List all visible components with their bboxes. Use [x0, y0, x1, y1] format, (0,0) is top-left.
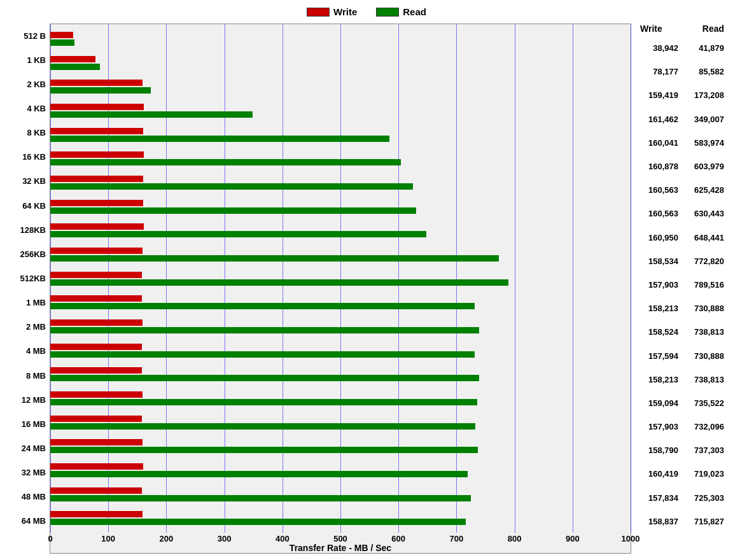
table-row: 158,213730,888: [638, 297, 727, 320]
write-bar-row: [50, 55, 631, 62]
read-value: 715,827: [686, 517, 724, 526]
data-table-header: Write Read: [638, 24, 727, 34]
read-value: 85,582: [686, 67, 724, 76]
y-label: 32 KB: [6, 169, 46, 193]
write-bar-row: [50, 391, 631, 398]
read-bar: [50, 471, 468, 477]
read-bar-row: [50, 351, 631, 358]
write-bar: [50, 223, 144, 230]
read-bar: [50, 519, 466, 525]
read-value: 173,208: [686, 90, 724, 100]
write-value: 78,177: [640, 67, 678, 76]
write-bar-row: [50, 295, 631, 302]
bar-group: [50, 99, 631, 123]
read-bar: [50, 495, 471, 501]
read-bar-row: [50, 303, 631, 310]
chart-container: 512 B1 KB2 KB4 KB8 KB16 KB32 KB64 KB128K…: [6, 24, 727, 554]
write-bar: [50, 56, 95, 62]
write-bar-row: [50, 199, 631, 206]
read-bar: [50, 111, 253, 118]
table-row: 160,563630,443: [638, 202, 727, 225]
legend: Write Read: [307, 6, 426, 17]
write-bar: [50, 463, 143, 470]
write-bar: [50, 319, 143, 326]
x-tick-label: 600: [391, 534, 405, 543]
x-tick-label: 900: [566, 534, 580, 543]
read-value: 737,303: [686, 445, 724, 455]
table-row: 158,790737,303: [638, 438, 727, 462]
write-value: 158,534: [640, 256, 678, 266]
read-bar-row: [50, 255, 631, 262]
bar-group: [50, 482, 631, 507]
read-bar: [50, 39, 74, 46]
y-label: 48 MB: [6, 485, 46, 509]
y-axis-labels: 512 B1 KB2 KB4 KB8 KB16 KB32 KB64 KB128K…: [6, 24, 50, 554]
table-row: 158,534772,820: [638, 249, 727, 273]
write-bar: [50, 151, 144, 158]
data-rows: 38,94241,87978,17785,582159,419173,20816…: [638, 36, 727, 533]
y-label: 12 MB: [6, 388, 46, 412]
write-value: 159,419: [640, 90, 678, 100]
y-label: 8 MB: [6, 363, 46, 388]
write-bar-row: [50, 223, 631, 230]
read-bar: [50, 423, 475, 430]
write-value: 160,878: [640, 162, 678, 171]
write-value: 157,594: [640, 351, 678, 361]
x-tick-label: 200: [160, 534, 174, 543]
write-bar-row: [50, 439, 631, 446]
write-bar: [50, 272, 142, 278]
read-value: 41,879: [686, 43, 724, 53]
read-bar-row: [50, 279, 631, 286]
bar-group: [50, 434, 631, 458]
read-bar-row: [50, 470, 631, 477]
write-bar: [50, 176, 143, 182]
write-bar: [50, 487, 142, 494]
y-label: 4 MB: [6, 339, 46, 363]
read-bar: [50, 351, 475, 358]
read-bar: [50, 87, 151, 94]
write-bar: [50, 80, 143, 86]
legend-write: Write: [307, 6, 357, 17]
write-bar: [50, 128, 143, 134]
y-label: 2 MB: [6, 315, 46, 339]
read-color-swatch: [376, 8, 399, 17]
bar-group: [50, 290, 631, 314]
x-tick-label: 100: [101, 534, 115, 543]
write-value: 158,213: [640, 375, 678, 384]
read-bar: [50, 327, 479, 333]
bar-group: [50, 218, 631, 242]
y-label: 1 KB: [6, 48, 46, 72]
write-value: 160,950: [640, 233, 678, 242]
read-value: 772,820: [686, 256, 724, 266]
write-bar-row: [50, 463, 631, 470]
bar-group: [50, 362, 631, 386]
table-row: 160,419719,023: [638, 462, 727, 486]
read-value: 583,974: [686, 138, 724, 148]
bar-group: [50, 267, 631, 291]
table-row: 157,834725,303: [638, 486, 727, 510]
write-bar-row: [50, 319, 631, 326]
table-row: 157,903789,516: [638, 273, 727, 297]
read-bar: [50, 207, 416, 214]
write-bar: [50, 295, 142, 302]
read-bar: [50, 159, 401, 165]
bar-group: [50, 171, 631, 195]
write-col-header: Write: [640, 24, 662, 34]
read-col-header: Read: [702, 24, 724, 34]
bar-group: [50, 74, 631, 99]
x-tick-label: 400: [276, 534, 290, 543]
bar-group: [50, 27, 631, 51]
write-bar-row: [50, 151, 631, 158]
read-bar-row: [50, 63, 631, 70]
read-bar-row: [50, 135, 631, 142]
read-bar: [50, 303, 475, 309]
write-value: 158,524: [640, 327, 678, 337]
table-row: 160,041583,974: [638, 131, 727, 155]
write-bar: [50, 248, 143, 254]
read-bar-row: [50, 423, 631, 430]
bar-group: [50, 195, 631, 219]
y-label: 4 KB: [6, 96, 46, 120]
read-value: 730,888: [686, 304, 724, 313]
read-bar-row: [50, 231, 631, 238]
write-bar-row: [50, 367, 631, 374]
